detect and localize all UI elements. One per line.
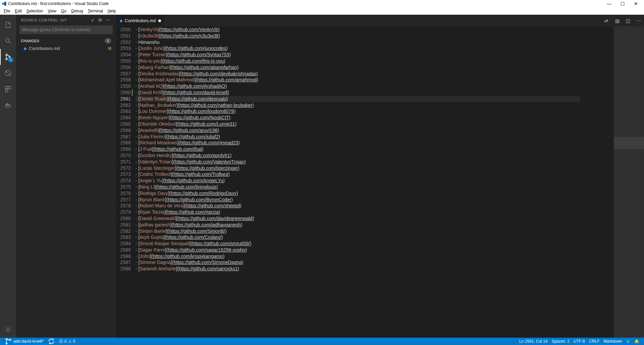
warning-icon: ⚠ [68,339,72,344]
warning-count: 0 [73,339,75,344]
svg-point-14 [6,343,7,344]
tab-label: Contributors.md [125,18,156,23]
menu-bar: File Edit Selection View Go Debug Termin… [0,7,644,15]
svg-rect-11 [7,104,8,105]
minimap[interactable] [614,26,644,338]
commit-message-container [19,25,113,34]
status-branch[interactable]: add-david-kroell* [3,338,46,345]
main-area: 1 SOURCE CONTROL: GIT ✓ ⟳ ⋯ CHANGES 1 [0,15,644,338]
svg-point-1 [6,54,7,56]
open-preview-icon[interactable]: ▤ [612,15,623,26]
git-branch-icon [5,338,12,345]
scm-header: SOURCE CONTROL: GIT ✓ ⟳ ⋯ [16,15,116,25]
markdown-file-icon: ◆ [23,46,27,51]
vscode-logo-icon [1,1,7,6]
status-bar: add-david-kroell* ⓧ0 ⚠0 Ln 2561, Col 14 … [0,338,644,345]
window-title-bar: Contributors.md - first-contributions - … [0,0,644,7]
changes-count: 1 [105,38,111,44]
compare-changes-icon[interactable]: ⇄ [601,15,612,26]
svg-rect-9 [7,105,8,106]
commit-message-input[interactable] [19,25,113,34]
scm-sidebar: SOURCE CONTROL: GIT ✓ ⟳ ⋯ CHANGES 1 ◆ Co… [16,15,116,338]
status-encoding[interactable]: UTF-8 [572,339,587,344]
status-sync[interactable] [46,338,57,345]
maximize-button[interactable]: ☐ [616,1,629,6]
editor-area: ◆ Contributors.md ⇄ ▤ ◫ ⋯ 25502551255225… [116,15,644,338]
svg-point-12 [7,329,9,331]
commit-check-icon[interactable]: ✓ [89,17,97,23]
activity-bar: 1 [0,15,16,338]
status-spaces[interactable]: Spaces: 2 [550,339,572,344]
svg-rect-7 [5,89,8,92]
source-control-icon[interactable]: 1 [0,49,16,65]
debug-icon[interactable] [0,65,16,81]
menu-go[interactable]: Go [59,9,69,13]
docker-icon[interactable] [0,97,16,113]
refresh-icon[interactable]: ⟳ [97,17,104,23]
menu-view[interactable]: View [45,9,59,13]
menu-selection[interactable]: Selection [24,9,45,13]
changed-file-name: Contributors.md [29,46,108,51]
editor-more-icon[interactable]: ⋯ [633,15,644,26]
changes-section-header[interactable]: CHANGES 1 [16,37,116,45]
status-linecol[interactable]: Ln 2561, Col 14 [517,339,550,344]
svg-rect-8 [6,105,7,106]
menu-edit[interactable]: Edit [12,9,24,13]
settings-gear-icon[interactable] [0,322,16,338]
scm-header-title: SOURCE CONTROL: GIT [21,18,89,22]
editor-tabs: ◆ Contributors.md ⇄ ▤ ◫ ⋯ [116,15,644,26]
minimap-viewport[interactable] [614,137,644,149]
code-editor[interactable]: 2550255125522553255425552556255725582559… [116,26,644,338]
status-bell-icon[interactable]: 🔔 [632,339,641,344]
code-content[interactable]: - [VenkyVb](https://github.com/VenkyVb)-… [136,26,614,338]
sync-icon [48,338,55,345]
more-icon[interactable]: ⋯ [104,17,111,23]
minimap-content [614,26,644,338]
error-count: 0 [64,339,67,344]
menu-terminal[interactable]: Terminal [86,9,105,13]
svg-point-2 [6,58,7,60]
dirty-indicator-icon [158,19,161,22]
svg-point-0 [6,39,9,42]
search-icon[interactable] [0,33,16,49]
window-title: Contributors.md - first-contributions - … [8,1,602,6]
changes-label: CHANGES [21,39,105,43]
minimize-button[interactable]: — [602,1,616,6]
close-button[interactable]: ✕ [629,1,643,6]
menu-help[interactable]: Help [105,9,118,13]
svg-rect-6 [8,86,11,89]
svg-point-13 [6,339,7,340]
line-number-gutter: 2550255125522553255425552556255725582559… [116,26,136,338]
explorer-icon[interactable] [0,17,16,33]
scm-badge: 1 [8,58,13,62]
menu-file[interactable]: File [1,9,12,13]
tab-contributors[interactable]: ◆ Contributors.md [116,15,165,26]
extensions-icon[interactable] [0,81,16,97]
svg-rect-5 [5,86,8,89]
status-feedback-icon[interactable]: ☺ [624,339,632,344]
changed-file-row[interactable]: ◆ Contributors.md M [16,45,116,52]
status-eol[interactable]: CRLF [587,339,601,344]
menu-debug[interactable]: Debug [69,9,85,13]
status-problems[interactable]: ⓧ0 ⚠0 [57,339,77,344]
status-language[interactable]: Markdown [601,339,624,344]
split-editor-icon[interactable]: ◫ [623,15,633,26]
branch-name: add-david-kroell* [13,339,44,344]
error-icon: ⓧ [59,339,63,344]
changed-file-status: M [108,46,111,51]
